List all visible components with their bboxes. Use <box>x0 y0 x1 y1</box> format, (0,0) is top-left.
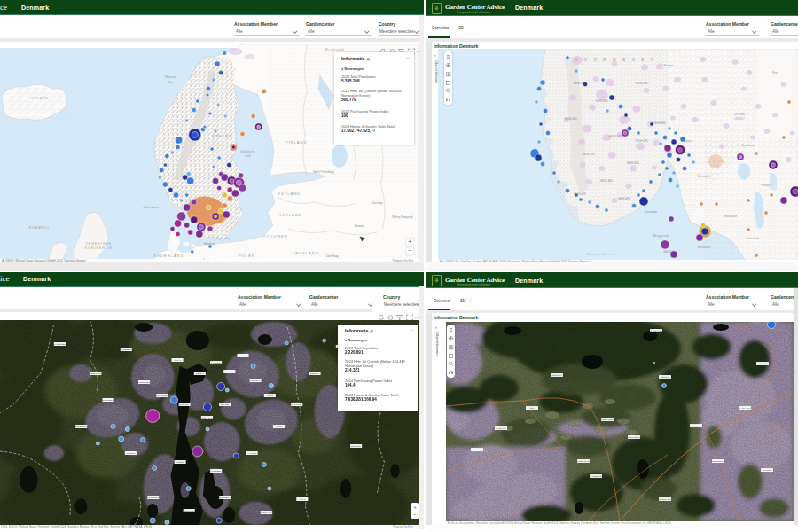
svg-text:OSLO SENT: OSLO SENT <box>628 436 640 439</box>
svg-text:CHARLOT: CHARLOT <box>292 403 302 406</box>
svg-text:LITOUWEN: LITOUWEN <box>262 234 287 239</box>
svg-text:KJELLER: KJELLER <box>758 363 768 365</box>
svg-text:KARIHAUG: KARIHAUG <box>739 407 751 410</box>
svg-text:HAGELAND: HAGELAND <box>653 121 666 125</box>
svg-text:ASKIM: ASKIM <box>267 395 274 397</box>
svg-text:HOVIK: HOVIK <box>473 449 481 451</box>
svg-text:Bonsailande: Bonsailande <box>698 246 711 249</box>
svg-text:KONGSVIN: KONGSVIN <box>250 379 262 382</box>
svg-text:FREDRIKST: FREDRIKST <box>183 510 195 512</box>
svg-text:HAGELAND: HAGELAND <box>565 117 577 121</box>
svg-text:LAMBERTS: LAMBERTS <box>591 475 602 478</box>
svg-text:Sankt-Petersburg: Sankt-Petersburg <box>313 170 334 174</box>
svg-text:OSLO N: OSLO N <box>196 372 204 375</box>
svg-text:HAGELAND: HAGELAND <box>596 99 608 103</box>
svg-text:POLEN: POLEN <box>239 254 255 258</box>
svg-text:HALDEN: HALDEN <box>247 452 256 455</box>
svg-text:SARPSBORG: SARPSBORG <box>209 470 223 473</box>
svg-text:Bonsailande: Bonsailande <box>724 215 738 218</box>
svg-text:NORDSTRAND: NORDSTRAND <box>576 460 591 463</box>
svg-text:Nizhny Novgorod: Nizhny Novgorod <box>392 215 412 219</box>
svg-text:HONEFOSS: HONEFOSS <box>138 381 151 384</box>
svg-text:Bonsailande: Bonsailande <box>742 144 755 147</box>
svg-text:GRORUD: GRORUD <box>692 425 701 427</box>
svg-text:−: − <box>408 247 411 254</box>
svg-text:TONSBERG: TONSBERG <box>147 497 160 499</box>
svg-text:IJSLAND: IJSLAND <box>30 97 50 100</box>
svg-text:AMAL: AMAL <box>300 498 306 501</box>
svg-text:HAGELAND: HAGELAND <box>609 135 622 138</box>
svg-text:+: + <box>408 239 411 245</box>
svg-text:N O O R W E G E N: N O O R W E G E N <box>575 58 656 62</box>
svg-text:Noorse: Noorse <box>165 74 177 79</box>
svg-text:NEDERLAND: NEDERLAND <box>153 254 184 258</box>
svg-text:OSLO VEST: OSLO VEST <box>601 419 614 421</box>
svg-text:LETLAND: LETLAND <box>280 213 302 217</box>
svg-text:Den Haag: Den Haag <box>326 254 339 258</box>
svg-text:SANDVIKA: SANDVIKA <box>496 427 506 430</box>
svg-text:Noordzee: Noordzee <box>587 252 616 256</box>
svg-text:Parhagen: Parhagen <box>663 64 674 67</box>
svg-text:Tsarskoje: Tsarskoje <box>372 201 383 205</box>
svg-text:TORSBY: TORSBY <box>310 372 319 375</box>
svg-text:HAGELAND: HAGELAND <box>636 82 648 85</box>
svg-text:EIDSVOLL: EIDSVOLL <box>238 355 249 357</box>
svg-text:HAGELAND: HAGELAND <box>600 179 613 183</box>
svg-text:RUSLAND: RUSLAND <box>295 251 318 255</box>
svg-text:ROA: ROA <box>529 407 535 410</box>
svg-text:UDDEVALLA: UDDEVALLA <box>260 512 273 514</box>
svg-text:Bonsailande: Bonsailande <box>645 210 658 214</box>
svg-text:ARVIKA: ARVIKA <box>275 426 283 428</box>
svg-text:Oostzee: Oostzee <box>216 236 231 240</box>
svg-text:−: − <box>413 512 417 517</box>
svg-text:GOLSBERG: GOLSBERG <box>121 348 133 351</box>
svg-text:VESTFOLD: VESTFOLD <box>90 372 101 375</box>
svg-text:Murmansk: Murmansk <box>325 48 345 51</box>
svg-text:+: + <box>413 505 417 510</box>
svg-text:FINLAND: FINLAND <box>286 140 307 145</box>
svg-text:SKI OST: SKI OST <box>221 403 230 406</box>
svg-text:OPPEGARD: OPPEGARD <box>659 498 671 501</box>
svg-text:OSLO SYD: OSLO SYD <box>201 417 213 419</box>
svg-text:Pera: Pera <box>772 71 778 74</box>
svg-text:NOTODDEN: NOTODDEN <box>75 426 88 428</box>
svg-text:Golf: Golf <box>246 154 251 158</box>
svg-text:GARDERM: GARDERM <box>210 362 221 364</box>
svg-text:HAGELAND: HAGELAND <box>583 153 595 156</box>
svg-text:ROEMELL: ROEMELL <box>29 226 51 230</box>
svg-text:STROMSTAD: STROMSTAD <box>218 497 231 499</box>
svg-text:LILLESTR: LILLESTR <box>224 371 234 373</box>
svg-text:Skagerrak: Skagerrak <box>653 233 669 238</box>
svg-text:ESTLAND: ESTLAND <box>278 192 301 196</box>
svg-text:VERENIGDE: VERENIGDE <box>85 242 112 246</box>
svg-text:LORENSKOG: LORENSKOG <box>711 460 724 463</box>
svg-text:Moskou: Moskou <box>355 224 364 228</box>
svg-text:VIKKLAND: VIKKLAND <box>734 113 746 116</box>
svg-text:SORKEDAL: SORKEDAL <box>551 374 563 377</box>
svg-text:Parhagen: Parhagen <box>761 184 771 187</box>
svg-text:MOSS: MOSS <box>177 461 184 464</box>
svg-text:SKARER: SKARER <box>763 469 771 472</box>
svg-text:Bothnische: Bothnische <box>241 150 255 153</box>
svg-text:KONGSBERG: KONGSBERG <box>101 399 115 402</box>
svg-text:FAGERNES: FAGERNES <box>54 343 66 346</box>
svg-text:MARIDALEN: MARIDALEN <box>650 330 662 332</box>
svg-text:Zee: Zee <box>168 80 175 84</box>
svg-text:SANDVIKA: SANDVIKA <box>179 403 191 406</box>
svg-text:HAGELAND: HAGELAND <box>618 197 630 200</box>
svg-text:HAMAR: HAMAR <box>174 359 182 362</box>
svg-text:DRAMMEN: DRAMMEN <box>157 395 168 397</box>
svg-text:Noordzee: Noordzee <box>143 205 159 209</box>
svg-text:SWEDEN: SWEDEN <box>212 135 232 138</box>
svg-text:HORTEN: HORTEN <box>126 452 135 455</box>
svg-text:BENGTSF: BENGTSF <box>351 445 362 448</box>
svg-text:DISTRICT: DISTRICT <box>734 117 745 121</box>
svg-text:HAGELAND: HAGELAND <box>636 139 648 143</box>
svg-text:Bonsailande: Bonsailande <box>698 175 711 178</box>
svg-text:KJELSAS: KJELSAS <box>661 376 670 379</box>
svg-text:KONINKRIJK: KONINKRIJK <box>85 246 113 250</box>
svg-text:HAGELAND: HAGELAND <box>627 161 639 165</box>
svg-text:Bonsailande: Bonsailande <box>747 237 760 240</box>
